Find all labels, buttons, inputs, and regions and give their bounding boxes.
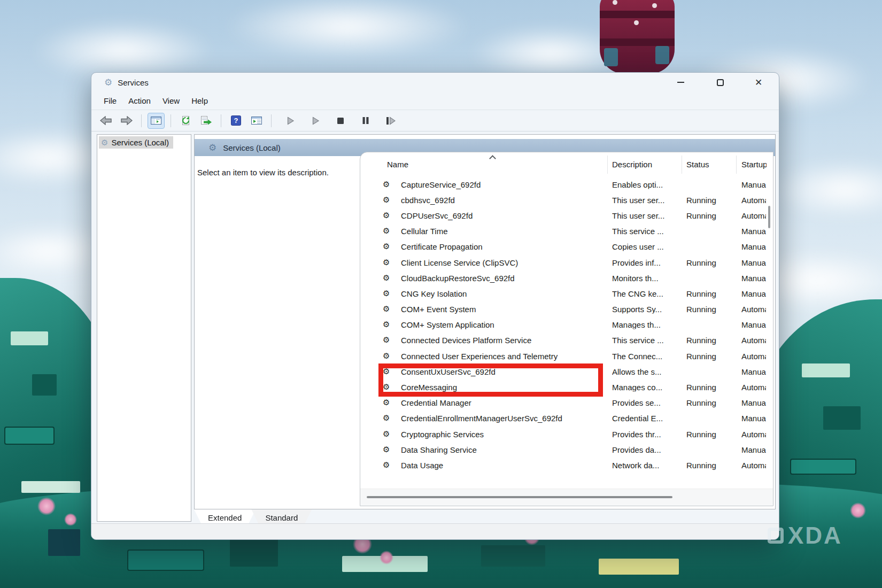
menu-item-view[interactable]: View <box>157 94 185 107</box>
service-row[interactable]: ⚙COM+ Event SystemSupports Sy...RunningA… <box>360 301 773 317</box>
service-name: Credential Manager <box>401 398 471 407</box>
service-name: Cellular Time <box>401 227 448 236</box>
close-button[interactable]: ✕ <box>746 74 771 91</box>
service-name: Cryptographic Services <box>401 429 484 438</box>
service-gear-icon: ⚙ <box>383 242 390 251</box>
restart-service-button[interactable] <box>383 113 399 128</box>
show-console-tree-button[interactable] <box>148 113 164 128</box>
service-description: Supports Sy... <box>612 305 680 314</box>
services-app-icon: ⚙ <box>104 78 112 87</box>
horizontal-scrollbar[interactable] <box>360 489 773 506</box>
xda-logo-text: XDA <box>788 524 842 547</box>
toolbar-separator <box>221 114 221 127</box>
service-startup-type: Automatic <box>741 429 766 438</box>
maximize-button[interactable] <box>708 74 732 91</box>
service-startup-type: Manual <box>741 445 766 454</box>
service-row[interactable]: ⚙CredentialEnrollmentManagerUserSvc_692f… <box>360 411 773 426</box>
service-row[interactable]: ⚙Data UsageNetwork da...RunningAutomatic <box>360 457 773 473</box>
refresh-icon <box>181 116 191 126</box>
column-header-status[interactable]: Status <box>686 160 709 169</box>
service-row[interactable]: ⚙CNG Key IsolationThe CNG ke...RunningMa… <box>360 285 773 301</box>
service-startup-type: Manual <box>741 414 766 423</box>
service-name: Data Usage <box>401 460 443 469</box>
column-header-description[interactable]: Description <box>612 160 652 169</box>
service-gear-icon: ⚙ <box>383 289 390 298</box>
service-description: This service ... <box>612 336 680 345</box>
service-gear-icon: ⚙ <box>383 180 390 189</box>
sort-ascending-icon <box>489 155 496 162</box>
toolbar: ? <box>91 110 779 131</box>
service-status: Running <box>686 383 716 392</box>
service-description: Monitors th... <box>612 273 680 282</box>
service-status: Running <box>686 460 716 469</box>
banner-services-icon: ⚙ <box>208 142 216 153</box>
rocket-structure <box>600 0 675 74</box>
column-header-startup[interactable]: Startup <box>741 160 767 169</box>
pause-service-button[interactable] <box>358 113 374 128</box>
resume-service-button[interactable] <box>307 113 323 128</box>
menu-item-file[interactable]: File <box>98 94 122 107</box>
service-name: CloudBackupRestoreSvc_692fd <box>401 273 515 282</box>
back-button[interactable] <box>98 113 114 128</box>
stop-service-button[interactable] <box>332 113 349 128</box>
help-button[interactable]: ? <box>228 113 244 128</box>
results-pane: ⚙ Services (Local) Select an item to vie… <box>194 134 776 509</box>
service-row[interactable]: ⚙Cryptographic ServicesProvides thr...Ru… <box>360 426 773 442</box>
tree-panel-icon <box>151 116 161 125</box>
service-startup-type: Manual <box>741 367 766 376</box>
titlebar: ⚙ Services ✕ <box>91 73 779 92</box>
service-description: This user ser... <box>612 195 680 204</box>
minimize-button[interactable] <box>668 74 693 91</box>
service-row[interactable]: ⚙Data Sharing ServiceProvides da...Manua… <box>360 442 773 457</box>
service-row[interactable]: ⚙Certificate PropagationCopies user ...M… <box>360 239 773 254</box>
service-row[interactable]: ⚙CloudBackupRestoreSvc_692fdMonitors th.… <box>360 270 773 285</box>
service-row[interactable]: ⚙Cellular TimeThis service ...Manual <box>360 223 773 239</box>
service-status: Running <box>686 211 716 220</box>
column-divider[interactable] <box>607 156 608 174</box>
refresh-button[interactable] <box>177 113 194 128</box>
service-description: Manages th... <box>612 320 680 329</box>
start-service-button[interactable] <box>282 113 298 128</box>
help-icon: ? <box>231 115 241 126</box>
tree-item-services-local[interactable]: ⚙ Services (Local) <box>99 136 173 149</box>
service-description: This service ... <box>612 227 680 236</box>
service-row[interactable]: ⚙cbdhsvc_692fdThis user ser...RunningAut… <box>360 192 773 207</box>
service-row[interactable]: ⚙Connected Devices Platform ServiceThis … <box>360 332 773 348</box>
horizontal-scrollbar-thumb[interactable] <box>367 496 672 498</box>
service-row[interactable]: ⚙Connected User Experiences and Telemetr… <box>360 348 773 363</box>
service-description: Manages co... <box>612 383 680 392</box>
service-description: The Connec... <box>612 351 680 360</box>
service-name: COM+ Event System <box>401 305 476 314</box>
service-gear-icon: ⚙ <box>383 460 390 470</box>
service-row[interactable]: ⚙Client License Service (ClipSVC)Provide… <box>360 254 773 270</box>
service-status: Running <box>686 305 716 314</box>
service-gear-icon: ⚙ <box>383 226 390 236</box>
xda-watermark: XDA <box>768 524 842 547</box>
forward-button[interactable] <box>119 113 135 128</box>
stop-icon <box>337 117 344 125</box>
vertical-scrollbar-thumb[interactable] <box>768 206 770 228</box>
column-divider[interactable] <box>736 156 737 174</box>
toolbar-separator <box>171 114 171 127</box>
service-row[interactable]: ⚙COM+ System ApplicationManages th...Man… <box>360 317 773 332</box>
service-startup-type: Manual <box>741 258 766 267</box>
services-window: ⚙ Services ✕ FileActionViewHelp ? ⚙ Serv… <box>91 72 779 540</box>
service-description: Provides thr... <box>612 429 680 438</box>
service-name: CNG Key Isolation <box>401 289 467 298</box>
service-description: Enables opti... <box>612 180 680 189</box>
service-startup-type: Automatic <box>741 351 766 360</box>
service-row[interactable]: ⚙CaptureService_692fdEnables opti...Manu… <box>360 176 773 192</box>
export-list-button[interactable] <box>198 113 214 128</box>
column-header-name[interactable]: Name <box>387 160 408 169</box>
service-row[interactable]: ⚙Credential ManagerProvides se...Running… <box>360 395 773 411</box>
minimize-icon <box>677 82 684 83</box>
menu-item-help[interactable]: Help <box>185 94 214 107</box>
show-action-pane-button[interactable] <box>249 113 265 128</box>
service-rows: ⚙CaptureService_692fdEnables opti...Manu… <box>360 176 773 473</box>
column-divider[interactable] <box>682 156 682 174</box>
service-gear-icon: ⚙ <box>383 258 390 267</box>
list-header: Name Description Status Startup <box>360 152 773 176</box>
service-row[interactable]: ⚙CDPUserSvc_692fdThis user ser...Running… <box>360 207 773 223</box>
services-node-icon: ⚙ <box>101 138 108 146</box>
menu-item-action[interactable]: Action <box>122 94 157 107</box>
